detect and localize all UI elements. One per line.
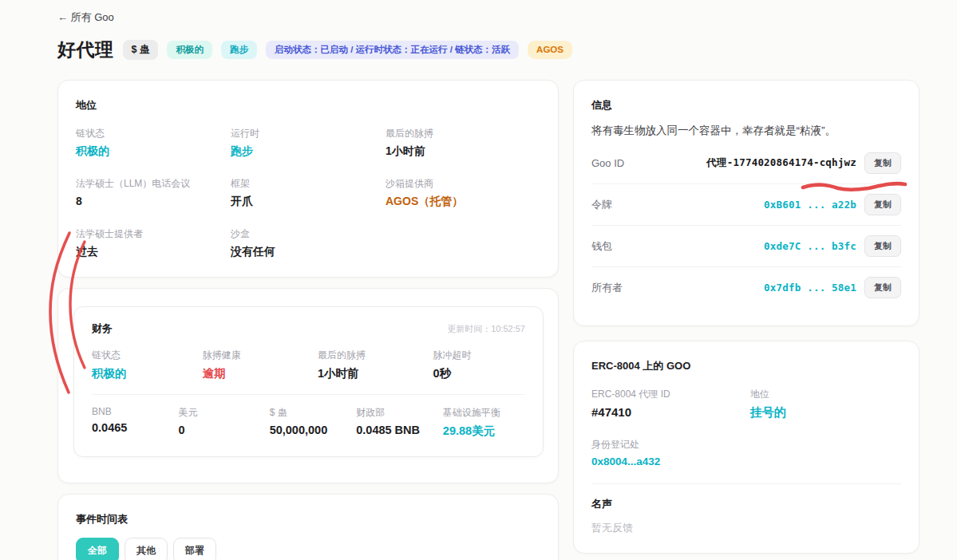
field-identity-registry: 身份登记处 0x8004...a432	[591, 438, 901, 467]
events-title: 事件时间表	[76, 512, 540, 526]
info-row-token: 令牌 0xB601 ... a22b 复制	[591, 184, 901, 226]
field-pulse-health: 脉搏健康 逾期	[203, 349, 318, 381]
field-last-pulse: 最后的脉搏 1小时前	[386, 127, 540, 159]
field-fin-last-pulse: 最后的脉搏 1小时前	[318, 349, 433, 381]
erc-divider	[591, 483, 901, 484]
field-sandbox: 沙盒 没有任何	[231, 227, 386, 259]
active-badge: 积极的	[167, 41, 212, 60]
info-description: 将有毒生物放入同一个容器中，幸存者就是“粘液”。	[591, 124, 901, 138]
info-card: 信息 将有毒生物放入同一个容器中，幸存者就是“粘液”。 Goo ID 代理-17…	[573, 80, 919, 326]
field-treasury: 财政部 0.0485 BNB	[356, 406, 443, 439]
agent-detail-page: ← 所有 Goo 好代理 $ 蛊 积极的 跑步 启动状态：已启动 / 运行时状态…	[0, 0, 957, 560]
status-card: 地位 链状态 积极的 运行时 跑步 最后的脉搏 1小时前 法	[57, 80, 559, 278]
tab-all[interactable]: 全部	[76, 538, 119, 560]
status-grid: 链状态 积极的 运行时 跑步 最后的脉搏 1小时前 法学硕士（LLM）电话会议 …	[76, 127, 540, 259]
field-sandbox-provider: 沙箱提供商 AGOS（托管）	[386, 177, 540, 209]
field-runtime: 运行时 跑步	[231, 127, 386, 159]
events-card: 事件时间表 全部 其他 部署 其他 agosFundSettleEip3009 …	[57, 494, 559, 560]
finance-title: 财务	[92, 321, 113, 336]
info-row-wallet: 钱包 0xde7C ... b3fc 复制	[591, 226, 901, 267]
reputation-title: 名声	[591, 497, 901, 511]
reputation-empty-text: 暂无反馈	[591, 521, 901, 535]
back-link[interactable]: ← 所有 Goo	[57, 10, 114, 25]
goo-id-value: 代理-1774020864174-cqhjwz	[706, 156, 856, 170]
info-row-owner: 所有者 0x7dfb ... 58e1 复制	[591, 267, 901, 308]
field-fin-chain-state: 链状态 积极的	[92, 349, 203, 381]
agos-badge: AGOS	[528, 41, 572, 60]
field-framework: 框架 开爪	[231, 177, 386, 209]
info-row-goo-id: Goo ID 代理-1774020864174-cqhjwz 复制	[591, 143, 901, 184]
finance-divider	[92, 394, 525, 395]
finance-panel: 财务 更新时间：10:52:57 链状态 积极的 脉搏健康 逾期	[73, 306, 544, 457]
copy-goo-id-button[interactable]: 复制	[864, 152, 901, 174]
copy-owner-button[interactable]: 复制	[864, 277, 901, 298]
info-title: 信息	[591, 98, 901, 112]
field-chain-state: 链状态 积极的	[76, 127, 231, 159]
erc8004-title: ERC-8004 上的 GOO	[591, 359, 901, 373]
field-usd-balance: 美元 0	[179, 406, 270, 439]
field-token-balance: $ 蛊 50,000,000	[270, 406, 357, 439]
field-pulse-timeout: 脉冲超时 0秒	[433, 349, 525, 381]
finance-card: 财务 更新时间：10:52:57 链状态 积极的 脉搏健康 逾期	[57, 288, 559, 483]
page-title: 好代理	[57, 37, 114, 62]
status-card-title: 地位	[76, 98, 540, 112]
wallet-address-link[interactable]: 0xde7C ... b3fc	[764, 240, 856, 252]
field-infra-balance: 基础设施平衡 29.88美元	[443, 406, 525, 439]
field-erc-agent-id: ERC-8004 代理 ID #47410	[591, 388, 750, 420]
finance-balance-grid: BNB 0.0465 美元 0 $ 蛊 50,000,000 财政部	[92, 406, 525, 439]
page-header: 好代理 $ 蛊 积极的 跑步 启动状态：已启动 / 运行时状态：正在运行 / 链…	[57, 37, 919, 62]
tab-deploy[interactable]: 部署	[173, 538, 216, 560]
field-bnb-balance: BNB 0.0465	[92, 406, 179, 439]
field-erc-status: 地位 挂号的	[750, 388, 901, 420]
erc8004-card: ERC-8004 上的 GOO ERC-8004 代理 ID #47410 地位…	[573, 341, 919, 554]
field-llm-calls: 法学硕士（LLM）电话会议 8	[76, 177, 231, 209]
owner-address-link[interactable]: 0x7dfb ... 58e1	[764, 282, 856, 294]
token-address-link[interactable]: 0xB601 ... a22b	[764, 199, 856, 211]
event-filter-tabs: 全部 其他 部署	[76, 538, 540, 560]
identity-registry-link[interactable]: 0x8004...a432	[591, 455, 901, 467]
copy-token-button[interactable]: 复制	[864, 194, 901, 215]
field-llm-provider: 法学硕士提供者 过去	[76, 227, 231, 259]
tab-other[interactable]: 其他	[125, 538, 168, 560]
finance-updated-time: 更新时间：10:52:57	[447, 323, 525, 335]
running-badge: 跑步	[221, 41, 257, 60]
ticker-badge: $ 蛊	[123, 40, 159, 60]
chain-status-badge: 启动状态：已启动 / 运行时状态：正在运行 / 链状态：活跃	[266, 41, 519, 60]
finance-status-grid: 链状态 积极的 脉搏健康 逾期 最后的脉搏 1小时前 脉冲超时	[92, 349, 525, 381]
copy-wallet-button[interactable]: 复制	[864, 235, 901, 257]
